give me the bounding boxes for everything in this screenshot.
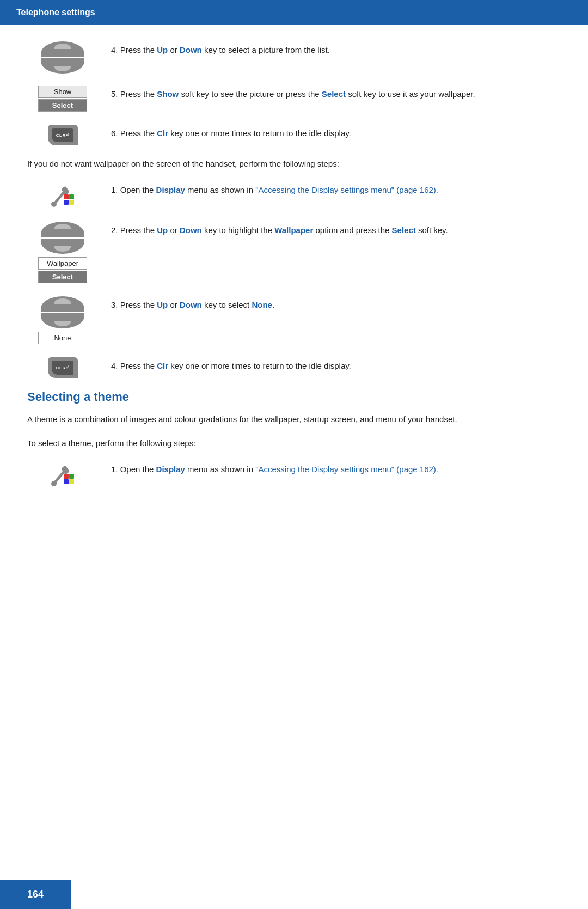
svg-point-1 <box>51 202 57 207</box>
wallpaper-softkey: Wallpaper <box>38 257 87 270</box>
sub-step-2-row: Wallpaper Select 2. Press the Up or Down… <box>27 222 561 284</box>
header: Telephone settings <box>0 0 588 25</box>
step-4-row: 4. Press the Up or Down key to select a … <box>27 41 561 74</box>
step-4-text: 4. Press the Up or Down key to select a … <box>111 41 561 56</box>
svg-rect-3 <box>64 194 69 199</box>
theme-step-1-row: 1. Open the Display menu as shown in "Ac… <box>27 461 561 489</box>
softkey-icon-1: Show Select <box>27 86 98 113</box>
link-2[interactable]: "Accessing the Display settings menu" (p… <box>255 465 438 474</box>
clr-icon-1: CLR⏎ <box>27 125 98 145</box>
theme-step-1-num: 1. <box>111 465 120 474</box>
up-key-2: Up <box>157 225 168 235</box>
select-key-1: Select <box>322 89 346 99</box>
svg-rect-11 <box>69 474 74 479</box>
tool-icon-1 <box>27 181 98 210</box>
sub-step-3-num: 3. <box>111 300 120 309</box>
step-5-num: 5. <box>111 89 120 99</box>
footer-page-number: 164 <box>0 880 71 909</box>
header-title: Telephone settings <box>16 8 95 17</box>
sub-step-3-row: None 3. Press the Up or Down key to sele… <box>27 296 561 345</box>
sub-step-2-text: 2. Press the Up or Down key to highlight… <box>111 222 561 236</box>
sub-step-1-row: 1. Open the Display menu as shown in "Ac… <box>27 181 561 210</box>
svg-rect-6 <box>69 200 74 205</box>
show-key: Show <box>157 89 179 99</box>
svg-rect-13 <box>69 479 74 484</box>
link-1[interactable]: "Accessing the Display settings menu" (p… <box>255 185 438 194</box>
display-key-2: Display <box>156 465 185 474</box>
theme-step-1-text: 1. Open the Display menu as shown in "Ac… <box>111 461 561 475</box>
tool-icon-2 <box>27 461 98 489</box>
sub-step-4-num: 4. <box>111 361 120 370</box>
svg-point-8 <box>51 481 57 486</box>
nav-updown-icon-2: Wallpaper Select <box>27 222 98 284</box>
select-softkey-1: Select <box>38 99 87 112</box>
show-softkey: Show <box>38 86 87 98</box>
clr-key-2: Clr <box>157 361 168 370</box>
down-key-1: Down <box>180 45 202 54</box>
display-key-1: Display <box>156 185 185 194</box>
page-number: 164 <box>27 889 44 900</box>
up-key-3: Up <box>157 300 168 309</box>
down-key-3: Down <box>180 300 202 309</box>
section-title: Selecting a theme <box>27 390 561 404</box>
clr-icon-2: CLR⏎ <box>27 357 98 378</box>
sub-step-1-text: 1. Open the Display menu as shown in "Ac… <box>111 181 561 196</box>
nav-updown-icon-3: None <box>27 296 98 345</box>
paragraph-3: To select a theme, perform the following… <box>27 437 561 450</box>
step-4-num: 4. <box>111 45 120 54</box>
up-key-1: Up <box>157 45 168 54</box>
svg-rect-12 <box>64 479 69 484</box>
paragraph-2: A theme is a combination of images and c… <box>27 413 561 426</box>
svg-rect-5 <box>64 200 69 205</box>
sub-step-1-num: 1. <box>111 185 120 194</box>
sub-step-2-num: 2. <box>111 225 120 235</box>
step-6-row: CLR⏎ 6. Press the Clr key one or more ti… <box>27 125 561 145</box>
wallpaper-key: Wallpaper <box>274 225 313 235</box>
paragraph-1: If you do not want wallpaper on the scre… <box>27 157 561 170</box>
step-6-num: 6. <box>111 129 120 138</box>
step-6-text: 6. Press the Clr key one or more times t… <box>111 125 561 139</box>
step-5-row: Show Select 5. Press the Show soft key t… <box>27 86 561 113</box>
select-key-2: Select <box>392 225 416 235</box>
sub-step-4-row: CLR⏎ 4. Press the Clr key one or more ti… <box>27 357 561 378</box>
sub-step-3-text: 3. Press the Up or Down key to select No… <box>111 296 561 311</box>
clr-key-1: Clr <box>157 129 168 138</box>
svg-rect-10 <box>64 474 69 479</box>
sub-step-4-text: 4. Press the Clr key one or more times t… <box>111 357 561 372</box>
none-softkey: None <box>38 332 87 344</box>
svg-rect-4 <box>69 194 74 199</box>
none-key: None <box>252 300 272 309</box>
down-key-2: Down <box>180 225 202 235</box>
nav-updown-icon-1 <box>27 41 98 74</box>
step-5-text: 5. Press the Show soft key to see the pi… <box>111 86 561 100</box>
select-softkey-2: Select <box>38 271 87 283</box>
